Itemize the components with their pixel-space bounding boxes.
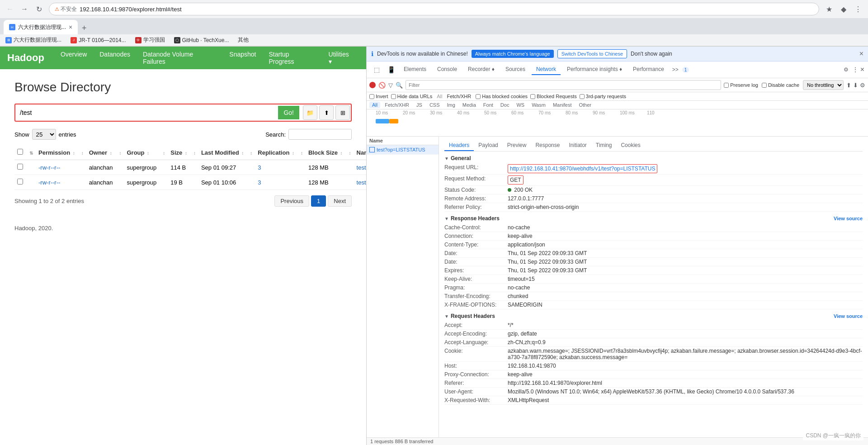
filter-fetch-xhr[interactable]: Fetch/XHR	[382, 102, 412, 108]
import-icon[interactable]: ⬆	[846, 82, 851, 89]
row-checkbox[interactable]	[17, 179, 23, 185]
details-tab-timing[interactable]: Timing	[591, 140, 617, 151]
has-blocked-cookies-check[interactable]: Has blocked cookies	[476, 94, 528, 99]
tab-sources[interactable]: Sources	[501, 64, 530, 75]
match-language-button[interactable]: Always match Chrome's language	[472, 50, 554, 58]
nav-overview[interactable]: Overview	[55, 47, 92, 69]
bookmark-item[interactable]: J JR-T 0106—2014...	[69, 36, 128, 44]
devtools-inspect-button[interactable]: ⬚	[370, 63, 383, 76]
row-checkbox[interactable]	[17, 164, 23, 170]
blocked-requests-check[interactable]: Blocked Requests	[530, 94, 577, 99]
th-sort[interactable]: ↕	[345, 145, 354, 160]
extensions-button[interactable]: ◆	[837, 3, 850, 15]
filter-ws[interactable]: WS	[514, 102, 527, 108]
filter-icon[interactable]: ▽	[388, 82, 393, 89]
next-button[interactable]: Next	[328, 195, 352, 207]
filter-all[interactable]: All	[369, 102, 380, 108]
filter-media[interactable]: Media	[460, 102, 479, 108]
new-tab-button[interactable]: +	[78, 22, 90, 34]
filter-css[interactable]: CSS	[427, 102, 443, 108]
preserve-log-check[interactable]: Preserve log	[724, 82, 758, 88]
menu-button[interactable]: ⋮	[852, 3, 864, 15]
th-sort[interactable]: ↕	[115, 145, 124, 160]
replication-link[interactable]: 3	[258, 179, 261, 186]
tab-performance[interactable]: Performance	[628, 64, 669, 75]
filter-js[interactable]: JS	[414, 102, 425, 108]
prev-button[interactable]: Previous	[274, 195, 309, 207]
filter-font[interactable]: Font	[481, 102, 496, 108]
select-all-checkbox[interactable]	[17, 149, 23, 155]
devtools-more-button[interactable]: ⋮	[852, 66, 859, 73]
entries-select[interactable]: 25 50 100	[32, 129, 56, 140]
hide-data-urls-check[interactable]: Hide data URLs	[391, 94, 433, 99]
file-link[interactable]: testing1.txt	[357, 179, 366, 186]
devtools-settings-button[interactable]: ⚙	[844, 66, 849, 73]
back-button[interactable]: ←	[4, 3, 16, 15]
tab-close-button[interactable]: ×	[69, 24, 72, 31]
export-icon[interactable]: ⬇	[853, 82, 858, 89]
th-sort[interactable]: ↕	[190, 145, 198, 160]
filter-doc[interactable]: Doc	[498, 102, 512, 108]
nav-snapshot[interactable]: Snapshot	[224, 47, 261, 69]
bookmark-button[interactable]: ★	[823, 3, 835, 15]
bookmark-item[interactable]: 其他	[236, 35, 250, 45]
details-tab-headers[interactable]: Headers	[444, 140, 474, 151]
page-1-button[interactable]: 1	[311, 195, 326, 207]
details-tab-response[interactable]: Response	[531, 140, 564, 151]
filter-wasm[interactable]: Wasm	[529, 102, 548, 108]
details-tab-preview[interactable]: Preview	[503, 140, 531, 151]
invert-check[interactable]: Invert	[369, 94, 388, 99]
dont-show-label[interactable]: Don't show again	[631, 51, 672, 57]
nav-datanodes[interactable]: Datanodes	[94, 47, 136, 69]
replication-link[interactable]: 3	[258, 164, 261, 171]
clear-button[interactable]: 🚫	[378, 82, 386, 89]
nav-datanode-volume-failures[interactable]: Datanode Volume Failures	[137, 47, 222, 69]
record-button[interactable]	[369, 82, 376, 88]
switch-chinese-button[interactable]: Switch DevTools to Chinese	[557, 49, 627, 58]
request-headers-view-source[interactable]: View source	[834, 313, 863, 319]
tab-recorder[interactable]: Recorder ♦	[463, 64, 499, 75]
folder-icon-btn[interactable]: 📁	[303, 105, 317, 120]
th-sort[interactable]: ↕	[297, 145, 306, 160]
filter-manifest[interactable]: Manifest	[550, 102, 575, 108]
bookmark-item[interactable]: 学 学习强国	[133, 35, 167, 45]
go-button[interactable]: Go!	[278, 106, 299, 119]
upload-icon-btn[interactable]: ⬆	[319, 105, 334, 120]
grid-icon-btn[interactable]: ⊞	[335, 105, 350, 120]
forward-button[interactable]: →	[18, 3, 31, 15]
active-tab[interactable]: H 六大行数据治理现... ×	[4, 20, 78, 34]
path-input[interactable]	[16, 106, 274, 119]
search-icon[interactable]: 🔍	[396, 82, 403, 89]
nav-startup-progress[interactable]: Startup Progress	[264, 47, 321, 69]
th-sort[interactable]: ⇅	[26, 145, 36, 160]
general-toggle[interactable]: ▼	[444, 156, 449, 161]
bookmark-item[interactable]: ⬡ GitHub · TechXue...	[172, 36, 231, 44]
bookmark-item[interactable]: ⊞ 六大行数据治理现...	[4, 35, 63, 45]
throttle-select[interactable]: No throttling	[803, 80, 844, 90]
nav-utilities[interactable]: Utilities	[323, 47, 359, 69]
address-bar[interactable]: ⚠ 不安全 192.168.10.41:9870/explorer.html#/…	[49, 3, 819, 15]
file-link[interactable]: testing.txt	[357, 164, 366, 171]
3rd-party-check[interactable]: 3rd-party requests	[580, 94, 626, 99]
tab-elements[interactable]: Elements	[399, 64, 431, 75]
th-sort[interactable]: ↕	[246, 145, 255, 160]
permission-link[interactable]: -rw-r--r--	[38, 164, 60, 171]
tab-network[interactable]: Network	[532, 64, 561, 75]
response-headers-toggle[interactable]: ▼	[444, 216, 449, 221]
search-input[interactable]	[288, 129, 352, 140]
th-sort[interactable]: ↕	[159, 145, 168, 160]
request-item[interactable]: test?op=LISTSTATUS	[367, 145, 439, 155]
details-tab-initiator[interactable]: Initiator	[564, 140, 591, 151]
response-headers-view-source[interactable]: View source	[834, 216, 863, 221]
devtools-device-button[interactable]: 📱	[385, 63, 397, 76]
disable-cache-check[interactable]: Disable cache	[762, 82, 799, 88]
tab-performance-insights[interactable]: Performance insights ♦	[562, 64, 627, 75]
filter-other[interactable]: Other	[576, 102, 594, 108]
filter-img[interactable]: Img	[444, 102, 458, 108]
tab-more-button[interactable]: >>	[670, 65, 680, 75]
permission-link[interactable]: -rw-r--r--	[38, 179, 60, 186]
request-headers-toggle[interactable]: ▼	[444, 314, 449, 319]
notification-close-button[interactable]: ×	[859, 50, 863, 58]
devtools-close-button[interactable]: ×	[860, 66, 864, 74]
details-tab-payload[interactable]: Payload	[474, 140, 502, 151]
